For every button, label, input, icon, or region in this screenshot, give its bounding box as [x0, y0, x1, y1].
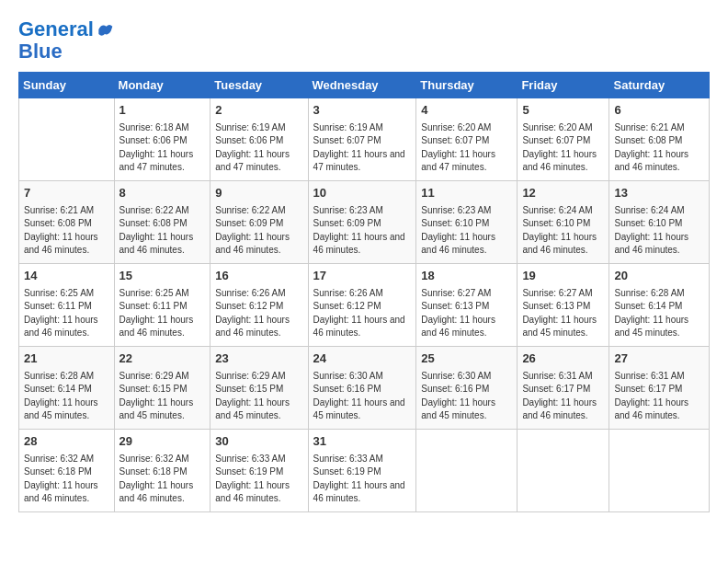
- day-number: 22: [119, 350, 206, 367]
- day-number: 23: [215, 350, 302, 367]
- calendar-cell: [518, 430, 609, 512]
- logo-text: General: [18, 18, 94, 40]
- day-info: Sunrise: 6:30 AM Sunset: 6:16 PM Dayligh…: [313, 370, 412, 423]
- calendar-cell: 30Sunrise: 6:33 AM Sunset: 6:19 PM Dayli…: [210, 430, 308, 512]
- calendar-cell: 15Sunrise: 6:25 AM Sunset: 6:11 PM Dayli…: [114, 264, 210, 347]
- day-number: 20: [614, 268, 704, 284]
- calendar-cell: [609, 430, 710, 512]
- calendar-cell: 16Sunrise: 6:26 AM Sunset: 6:12 PM Dayli…: [210, 264, 308, 347]
- day-number: 30: [215, 433, 302, 450]
- day-info: Sunrise: 6:18 AM Sunset: 6:06 PM Dayligh…: [119, 121, 206, 175]
- week-row-3: 14Sunrise: 6:25 AM Sunset: 6:11 PM Dayli…: [19, 264, 710, 347]
- calendar-cell: 13Sunrise: 6:24 AM Sunset: 6:10 PM Dayli…: [609, 181, 710, 264]
- calendar-cell: 8Sunrise: 6:22 AM Sunset: 6:08 PM Daylig…: [114, 181, 210, 264]
- day-info: Sunrise: 6:27 AM Sunset: 6:13 PM Dayligh…: [522, 287, 604, 340]
- day-info: Sunrise: 6:19 AM Sunset: 6:07 PM Dayligh…: [313, 121, 412, 175]
- day-number: 5: [522, 102, 604, 119]
- day-info: Sunrise: 6:33 AM Sunset: 6:19 PM Dayligh…: [215, 453, 302, 506]
- calendar-cell: 19Sunrise: 6:27 AM Sunset: 6:13 PM Dayli…: [518, 264, 609, 347]
- day-number: 28: [24, 433, 109, 450]
- day-info: Sunrise: 6:20 AM Sunset: 6:07 PM Dayligh…: [522, 121, 604, 175]
- calendar-cell: [19, 98, 115, 181]
- day-number: 16: [215, 268, 302, 284]
- day-info: Sunrise: 6:24 AM Sunset: 6:10 PM Dayligh…: [614, 204, 704, 258]
- weekday-header-sunday: Sunday: [19, 73, 115, 98]
- day-info: Sunrise: 6:32 AM Sunset: 6:18 PM Dayligh…: [24, 453, 109, 506]
- day-number: 2: [215, 102, 302, 119]
- weekday-header-friday: Friday: [518, 73, 609, 98]
- day-info: Sunrise: 6:32 AM Sunset: 6:18 PM Dayligh…: [119, 453, 206, 506]
- day-number: 31: [313, 433, 412, 450]
- day-number: 6: [614, 102, 704, 119]
- calendar-cell: 14Sunrise: 6:25 AM Sunset: 6:11 PM Dayli…: [19, 264, 115, 347]
- day-number: 13: [614, 185, 704, 201]
- day-info: Sunrise: 6:23 AM Sunset: 6:10 PM Dayligh…: [421, 204, 512, 258]
- calendar-cell: 21Sunrise: 6:28 AM Sunset: 6:14 PM Dayli…: [19, 347, 115, 430]
- day-number: 25: [421, 350, 512, 367]
- logo-blue: Blue: [18, 40, 114, 63]
- calendar-cell: 5Sunrise: 6:20 AM Sunset: 6:07 PM Daylig…: [518, 98, 609, 181]
- calendar-cell: 20Sunrise: 6:28 AM Sunset: 6:14 PM Dayli…: [609, 264, 710, 347]
- day-number: 24: [313, 350, 412, 367]
- week-row-4: 21Sunrise: 6:28 AM Sunset: 6:14 PM Dayli…: [19, 347, 710, 430]
- weekday-header-thursday: Thursday: [416, 73, 518, 98]
- day-info: Sunrise: 6:28 AM Sunset: 6:14 PM Dayligh…: [614, 287, 704, 340]
- day-info: Sunrise: 6:27 AM Sunset: 6:13 PM Dayligh…: [421, 287, 512, 340]
- day-info: Sunrise: 6:31 AM Sunset: 6:17 PM Dayligh…: [614, 370, 704, 423]
- calendar-cell: 31Sunrise: 6:33 AM Sunset: 6:19 PM Dayli…: [308, 430, 416, 512]
- day-number: 7: [24, 185, 109, 201]
- calendar-cell: 12Sunrise: 6:24 AM Sunset: 6:10 PM Dayli…: [518, 181, 609, 264]
- calendar-cell: 27Sunrise: 6:31 AM Sunset: 6:17 PM Dayli…: [609, 347, 710, 430]
- day-number: 27: [614, 350, 704, 367]
- calendar-cell: 17Sunrise: 6:26 AM Sunset: 6:12 PM Dayli…: [308, 264, 416, 347]
- calendar-cell: 9Sunrise: 6:22 AM Sunset: 6:09 PM Daylig…: [210, 181, 308, 264]
- logo-icon: [96, 20, 114, 39]
- day-info: Sunrise: 6:19 AM Sunset: 6:06 PM Dayligh…: [215, 121, 302, 175]
- weekday-header-saturday: Saturday: [609, 73, 710, 98]
- logo: General Blue: [18, 18, 114, 63]
- page-header: General Blue: [18, 18, 710, 63]
- week-row-5: 28Sunrise: 6:32 AM Sunset: 6:18 PM Dayli…: [19, 430, 710, 512]
- day-number: 18: [421, 268, 512, 284]
- calendar-cell: 7Sunrise: 6:21 AM Sunset: 6:08 PM Daylig…: [19, 181, 115, 264]
- day-number: 9: [215, 185, 302, 201]
- weekday-header-monday: Monday: [114, 73, 210, 98]
- calendar-cell: 4Sunrise: 6:20 AM Sunset: 6:07 PM Daylig…: [416, 98, 518, 181]
- day-number: 10: [313, 185, 412, 201]
- day-info: Sunrise: 6:33 AM Sunset: 6:19 PM Dayligh…: [313, 453, 412, 506]
- week-row-2: 7Sunrise: 6:21 AM Sunset: 6:08 PM Daylig…: [19, 181, 710, 264]
- day-number: 21: [24, 350, 109, 367]
- day-number: 4: [421, 102, 512, 119]
- day-info: Sunrise: 6:21 AM Sunset: 6:08 PM Dayligh…: [614, 121, 704, 175]
- day-number: 19: [522, 268, 604, 284]
- calendar-cell: 26Sunrise: 6:31 AM Sunset: 6:17 PM Dayli…: [518, 347, 609, 430]
- day-number: 17: [313, 268, 412, 284]
- day-number: 3: [313, 102, 412, 119]
- day-number: 12: [522, 185, 604, 201]
- calendar-cell: 25Sunrise: 6:30 AM Sunset: 6:16 PM Dayli…: [416, 347, 518, 430]
- day-info: Sunrise: 6:25 AM Sunset: 6:11 PM Dayligh…: [24, 287, 109, 340]
- week-row-1: 1Sunrise: 6:18 AM Sunset: 6:06 PM Daylig…: [19, 98, 710, 181]
- calendar-cell: 22Sunrise: 6:29 AM Sunset: 6:15 PM Dayli…: [114, 347, 210, 430]
- calendar-cell: 24Sunrise: 6:30 AM Sunset: 6:16 PM Dayli…: [308, 347, 416, 430]
- day-info: Sunrise: 6:29 AM Sunset: 6:15 PM Dayligh…: [119, 370, 206, 423]
- calendar-cell: 18Sunrise: 6:27 AM Sunset: 6:13 PM Dayli…: [416, 264, 518, 347]
- day-info: Sunrise: 6:21 AM Sunset: 6:08 PM Dayligh…: [24, 204, 109, 258]
- day-info: Sunrise: 6:20 AM Sunset: 6:07 PM Dayligh…: [421, 121, 512, 175]
- weekday-header-tuesday: Tuesday: [210, 73, 308, 98]
- day-number: 15: [119, 268, 206, 284]
- calendar-cell: 28Sunrise: 6:32 AM Sunset: 6:18 PM Dayli…: [19, 430, 115, 512]
- day-info: Sunrise: 6:26 AM Sunset: 6:12 PM Dayligh…: [215, 287, 302, 340]
- day-info: Sunrise: 6:22 AM Sunset: 6:08 PM Dayligh…: [119, 204, 206, 258]
- day-info: Sunrise: 6:28 AM Sunset: 6:14 PM Dayligh…: [24, 370, 109, 423]
- day-info: Sunrise: 6:24 AM Sunset: 6:10 PM Dayligh…: [522, 204, 604, 258]
- calendar-cell: 3Sunrise: 6:19 AM Sunset: 6:07 PM Daylig…: [308, 98, 416, 181]
- day-number: 1: [119, 102, 206, 119]
- calendar-cell: [416, 430, 518, 512]
- weekday-header-wednesday: Wednesday: [308, 73, 416, 98]
- calendar-cell: 23Sunrise: 6:29 AM Sunset: 6:15 PM Dayli…: [210, 347, 308, 430]
- day-info: Sunrise: 6:30 AM Sunset: 6:16 PM Dayligh…: [421, 370, 512, 423]
- day-number: 26: [522, 350, 604, 367]
- day-info: Sunrise: 6:23 AM Sunset: 6:09 PM Dayligh…: [313, 204, 412, 258]
- calendar-cell: 1Sunrise: 6:18 AM Sunset: 6:06 PM Daylig…: [114, 98, 210, 181]
